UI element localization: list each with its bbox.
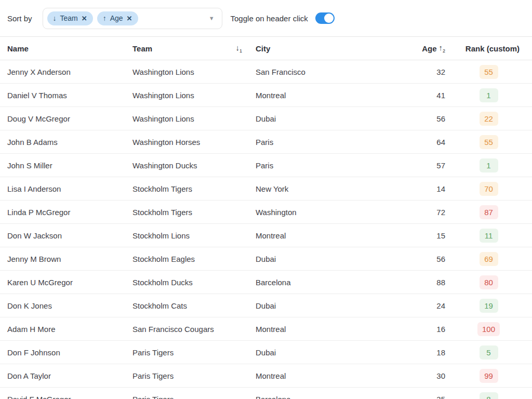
cell-name: Don W Jackson xyxy=(7,231,132,240)
sort-direction-up-icon: ↑ xyxy=(103,14,107,22)
cell-name: Doug V McGregor xyxy=(7,114,132,123)
table-row: Don A TaylorParis TigersMontreal3099 xyxy=(0,364,532,388)
cell-team: Stockholm Tigers xyxy=(132,184,256,193)
cell-city: Dubai xyxy=(256,114,417,123)
column-header-rank[interactable]: Rank (custom) xyxy=(445,44,532,53)
cell-city: San Francisco xyxy=(256,68,417,76)
cell-age: 57 xyxy=(417,161,445,170)
cell-name: Don F Johnson xyxy=(7,348,132,357)
cell-name: Lisa I Anderson xyxy=(7,184,132,193)
cell-name: John B Adams xyxy=(7,138,132,147)
cell-city: Montreal xyxy=(256,371,417,380)
cell-team: Stockholm Tigers xyxy=(132,208,256,217)
rank-badge: 70 xyxy=(480,182,498,196)
table-row: Karen U McGregorStockholm DucksBarcelona… xyxy=(0,271,532,294)
cell-rank: 100 xyxy=(445,322,532,336)
cell-team: Paris Tigers xyxy=(132,348,256,357)
cell-city: Barcelona xyxy=(256,278,417,287)
controls-bar: Sort by ↓ Team ✕ ↑ Age ✕ ▼ Toggle on hea… xyxy=(0,0,532,36)
sort-chip-age[interactable]: ↑ Age ✕ xyxy=(97,11,138,25)
cell-age: 35 xyxy=(417,395,445,399)
cell-city: Montreal xyxy=(256,325,417,334)
cell-team: Washington Lions xyxy=(132,114,256,123)
cell-team: Stockholm Eagles xyxy=(132,255,256,263)
cell-age: 14 xyxy=(417,184,445,193)
cell-city: Paris xyxy=(256,161,417,170)
cell-city: New York xyxy=(256,184,417,193)
remove-chip-icon[interactable]: ✕ xyxy=(127,15,132,22)
cell-team: Washington Lions xyxy=(132,91,256,100)
cell-team: Paris Tigers xyxy=(132,371,256,380)
sort-chips: ↓ Team ✕ ↑ Age ✕ xyxy=(47,11,205,25)
cell-city: Dubai xyxy=(256,255,417,263)
sort-multi-select[interactable]: ↓ Team ✕ ↑ Age ✕ ▼ xyxy=(43,8,222,29)
column-header-name[interactable]: Name xyxy=(7,44,132,53)
cell-city: Barcelona xyxy=(256,395,417,399)
cell-age: 32 xyxy=(417,68,445,76)
rank-badge: 11 xyxy=(480,229,498,243)
cell-name: Karen U McGregor xyxy=(7,278,132,287)
sort-descending-icon: ↓1 xyxy=(235,43,242,54)
cell-rank: 19 xyxy=(445,299,532,313)
table-row: Adam H MoreSan Francisco CougarsMontreal… xyxy=(0,317,532,341)
sort-direction-down-icon: ↓ xyxy=(53,14,57,22)
cell-team: San Francisco Cougars xyxy=(132,325,256,334)
rank-badge: 22 xyxy=(480,112,498,126)
cell-rank: 5 xyxy=(445,345,532,360)
cell-age: 72 xyxy=(417,208,445,217)
column-header-team[interactable]: Team ↓1 xyxy=(132,43,256,54)
cell-name: Don K Jones xyxy=(7,301,132,310)
cell-age: 30 xyxy=(417,371,445,380)
cell-rank: 1 xyxy=(445,88,532,102)
sort-chip-label: Age xyxy=(110,14,123,22)
cell-age: 64 xyxy=(417,138,445,147)
cell-city: Washington xyxy=(256,208,417,217)
cell-age: 16 xyxy=(417,325,445,334)
cell-age: 56 xyxy=(417,255,445,263)
column-header-age[interactable]: Age ↑2 xyxy=(417,43,445,54)
rank-badge: 99 xyxy=(480,369,498,383)
table-row: Doug V McGregorWashington LionsDubai5622 xyxy=(0,107,532,130)
cell-city: Paris xyxy=(256,138,417,147)
cell-name: Daniel V Thomas xyxy=(7,91,132,100)
cell-team: Washington Lions xyxy=(132,68,256,76)
table-row: Daniel V ThomasWashington LionsMontreal4… xyxy=(0,84,532,107)
rank-badge: 87 xyxy=(480,205,498,219)
rank-badge: 1 xyxy=(480,88,498,102)
rank-badge: 55 xyxy=(480,135,498,149)
rank-badge: 5 xyxy=(480,345,498,360)
rank-badge: 80 xyxy=(480,275,498,289)
rank-badge: 100 xyxy=(477,322,500,336)
table-row: Don F JohnsonParis TigersDubai185 xyxy=(0,341,532,364)
table-row: Linda P McGregorStockholm TigersWashingt… xyxy=(0,201,532,224)
column-header-city[interactable]: City xyxy=(256,44,417,53)
cell-name: John S Miller xyxy=(7,161,132,170)
chevron-down-icon[interactable]: ▼ xyxy=(209,15,215,21)
toggle-header-click-label: Toggle on header click xyxy=(231,14,308,23)
cell-team: Stockholm Cats xyxy=(132,301,256,310)
table-row: John S MillerWashington DucksParis571 xyxy=(0,154,532,177)
table-header: Name Team ↓1 City Age ↑2 Rank (custom) xyxy=(0,36,532,60)
cell-rank: 8 xyxy=(445,392,532,399)
cell-age: 24 xyxy=(417,301,445,310)
cell-city: Montreal xyxy=(256,91,417,100)
toggle-knob xyxy=(324,14,334,23)
table-row: Lisa I AndersonStockholm TigersNew York1… xyxy=(0,177,532,201)
header-click-toggle[interactable] xyxy=(315,12,335,24)
column-header-age-label: Age xyxy=(422,44,436,53)
cell-team: Stockholm Ducks xyxy=(132,278,256,287)
table-row: Don K JonesStockholm CatsDubai2419 xyxy=(0,294,532,317)
cell-age: 41 xyxy=(417,91,445,100)
cell-rank: 70 xyxy=(445,182,532,196)
cell-rank: 11 xyxy=(445,229,532,243)
rank-badge: 8 xyxy=(480,392,498,399)
cell-age: 56 xyxy=(417,114,445,123)
column-header-team-label: Team xyxy=(132,44,152,53)
cell-city: Montreal xyxy=(256,231,417,240)
cell-name: Adam H More xyxy=(7,325,132,334)
cell-team: Stockholm Lions xyxy=(132,231,256,240)
sort-chip-team[interactable]: ↓ Team ✕ xyxy=(47,11,93,25)
remove-chip-icon[interactable]: ✕ xyxy=(82,15,87,22)
cell-name: Linda P McGregor xyxy=(7,208,132,217)
cell-rank: 87 xyxy=(445,205,532,219)
